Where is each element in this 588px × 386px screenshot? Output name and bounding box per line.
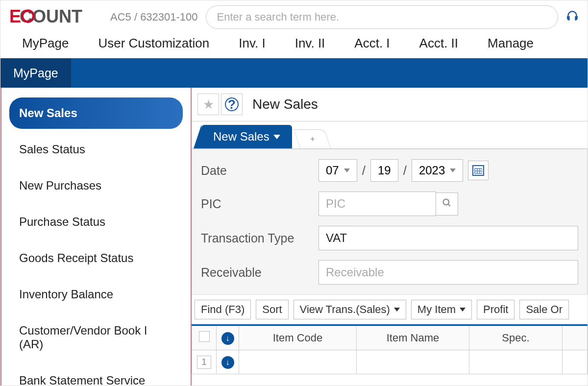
tabs: New Sales + [192, 121, 588, 149]
pic-input[interactable] [318, 192, 436, 216]
sidebar-item-purchase-status[interactable]: Purchase Status [9, 206, 183, 238]
date-month-value: 07 [326, 164, 339, 177]
search-input[interactable] [206, 5, 558, 29]
header-checkbox[interactable] [192, 326, 217, 350]
chevron-down-icon [273, 135, 280, 139]
trans-type-input[interactable] [318, 226, 578, 250]
tab-label: New Sales [213, 130, 270, 144]
sidebar-item-sales-status[interactable]: Sales Status [9, 134, 183, 165]
nav-mypage[interactable]: MyPage [0, 36, 83, 51]
table-header-row: ↓ Item Code Item Name Spec. [192, 326, 588, 350]
svg-line-4 [448, 204, 450, 206]
headset-icon[interactable] [566, 10, 579, 24]
tab-add-button[interactable]: + [294, 129, 331, 148]
chevron-down-icon [394, 308, 400, 312]
row-action-cell[interactable]: ↓ [217, 350, 239, 374]
header: E COUNT AC5 / 632301-100 [0, 0, 588, 33]
cell-spec[interactable] [469, 350, 563, 374]
form-row-pic: PIC [201, 192, 578, 216]
nav-inv-1[interactable]: Inv. I [224, 36, 280, 51]
cell-extra[interactable] [563, 350, 588, 374]
logo: E COUNT [9, 8, 102, 26]
arrow-down-icon: ↓ [221, 356, 234, 369]
blue-bar: MyPage [0, 58, 588, 88]
sale-or-button[interactable]: Sale Or [519, 300, 569, 319]
date-year-select[interactable]: 2023 [412, 159, 463, 182]
sidebar-item-new-purchases[interactable]: New Purchases [9, 170, 183, 201]
search-icon [442, 198, 452, 208]
svg-point-3 [443, 199, 449, 205]
date-month-select[interactable]: 07 [318, 159, 357, 182]
trans-label: Transaction Type [201, 231, 318, 245]
header-item-name[interactable]: Item Name [357, 326, 469, 350]
main: New Sales Sales Status New Purchases Pur… [0, 88, 588, 386]
my-item-button[interactable]: My Item [411, 300, 472, 319]
help-button[interactable]: ? [221, 94, 243, 115]
nav-user-customization[interactable]: User Customization [83, 36, 224, 51]
sidebar-item-goods-receipt[interactable]: Goods Receipt Status [9, 242, 183, 274]
page-title: New Sales [252, 96, 318, 112]
toolbar: Find (F3) Sort View Trans.(Sales) My Ite… [192, 295, 588, 324]
profit-button[interactable]: Profit [477, 300, 514, 319]
date-year-value: 2023 [419, 164, 445, 177]
sort-button[interactable]: Sort [256, 300, 288, 319]
date-separator: / [362, 163, 366, 178]
form-row-receivable: Receivable [201, 260, 578, 285]
content: ★ ? New Sales New Sales + Date 07 [192, 88, 588, 386]
find-button[interactable]: Find (F3) [195, 300, 251, 319]
date-day-value: 19 [378, 164, 391, 177]
calendar-button[interactable] [468, 161, 489, 180]
receivable-input[interactable] [318, 260, 578, 285]
pic-label: PIC [201, 197, 318, 211]
help-icon: ? [225, 97, 239, 111]
date-label: Date [201, 164, 318, 178]
date-controls: 07 / 19 / 2023 [318, 159, 489, 182]
table: ↓ Item Code Item Name Spec. 1 ↓ [192, 324, 588, 374]
date-day-select[interactable]: 19 [370, 159, 398, 182]
account-code: AC5 / 632301-100 [110, 11, 198, 24]
my-item-label: My Item [417, 303, 456, 316]
header-action[interactable]: ↓ [217, 326, 239, 350]
arrow-down-icon: ↓ [221, 332, 234, 345]
sidebar-item-bank-statement[interactable]: Bank Statement Service [9, 365, 183, 386]
pic-search-button[interactable] [436, 193, 458, 216]
nav-acct-1[interactable]: Acct. I [340, 36, 404, 51]
header-item-code[interactable]: Item Code [239, 326, 357, 350]
tab-new-sales[interactable]: New Sales [201, 125, 292, 148]
nav-acct-2[interactable]: Acct. II [405, 36, 473, 51]
chevron-down-icon [460, 308, 466, 312]
calendar-icon [472, 165, 484, 176]
checkbox-icon [199, 331, 210, 342]
form: Date 07 / 19 / 2023 [192, 149, 588, 295]
view-trans-label: View Trans.(Sales) [300, 303, 390, 316]
star-icon: ★ [203, 97, 214, 112]
header-spec[interactable]: Spec. [469, 326, 563, 350]
row-num-cell[interactable]: 1 [192, 350, 217, 374]
cell-item-code[interactable] [239, 350, 357, 374]
sidebar: New Sales Sales Status New Purchases Pur… [0, 88, 192, 386]
nav-manage[interactable]: Manage [473, 36, 548, 51]
favorite-button[interactable]: ★ [197, 94, 219, 115]
sidebar-item-customer-vendor[interactable]: Customer/Vendor Book I (AR) [9, 315, 183, 360]
date-separator: / [403, 163, 407, 178]
bluebar-tab-mypage[interactable]: MyPage [0, 58, 71, 88]
sidebar-item-inventory-balance[interactable]: Inventory Balance [9, 279, 183, 310]
cell-item-name[interactable] [357, 350, 469, 374]
form-row-date: Date 07 / 19 / 2023 [201, 159, 578, 182]
view-trans-button[interactable]: View Trans.(Sales) [294, 300, 406, 319]
header-extra [563, 326, 588, 350]
sidebar-item-new-sales[interactable]: New Sales [9, 97, 183, 129]
chevron-down-icon [344, 169, 350, 172]
top-nav: MyPage User Customization Inv. I Inv. II… [0, 33, 588, 58]
plus-icon: + [310, 135, 315, 144]
form-row-trans-type: Transaction Type [201, 226, 578, 250]
nav-inv-2[interactable]: Inv. II [280, 36, 340, 51]
page-title-row: ★ ? New Sales [192, 88, 588, 121]
pic-controls [318, 192, 458, 216]
chevron-down-icon [450, 169, 456, 172]
table-row: 1 ↓ [192, 350, 588, 374]
recv-label: Receivable [201, 265, 318, 280]
row-number: 1 [197, 356, 211, 369]
